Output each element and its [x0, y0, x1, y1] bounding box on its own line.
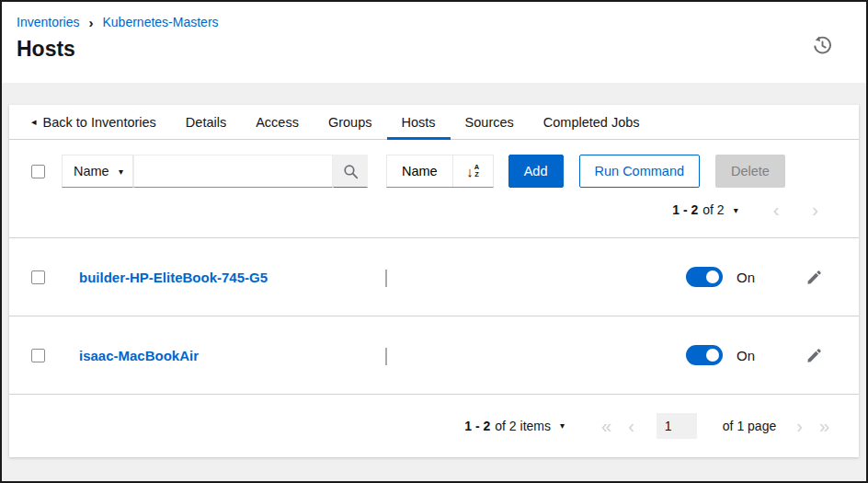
tab-completed-jobs[interactable]: Completed Jobs [529, 105, 655, 139]
per-page-menu-button[interactable]: ▾ [560, 420, 565, 431]
tab-label: Access [256, 115, 299, 130]
page-body: ◂ Back to Inventories Details Access Gro… [2, 83, 866, 481]
first-page-button[interactable]: « [601, 417, 611, 435]
pagination-range: 1 - 2 [672, 202, 698, 217]
table-row: isaac-MacBookAir On [9, 316, 859, 395]
tab-sources[interactable]: Sources [451, 105, 529, 139]
filter-attribute-value: Name [74, 164, 109, 178]
tab-label: Details [186, 115, 226, 130]
table-row: builder-HP-EliteBook-745-G5 On [9, 238, 859, 316]
pencil-icon [805, 347, 826, 364]
job-status-failed-icon[interactable] [385, 270, 402, 284]
run-command-button[interactable]: Run Command [579, 155, 701, 188]
row-checkbox[interactable] [31, 270, 45, 284]
top-pagination: 1 - 2 of 2 ▾ ‹ › [24, 201, 844, 219]
tab-back-to-inventories[interactable]: ◂ Back to Inventories [17, 105, 171, 139]
caret-down-icon: ▾ [119, 167, 123, 177]
host-name-link[interactable]: isaac-MacBookAir [79, 348, 385, 363]
select-all-checkbox[interactable] [31, 165, 45, 178]
tab-details[interactable]: Details [171, 105, 241, 139]
tab-bar: ◂ Back to Inventories Details Access Gro… [9, 105, 859, 140]
edit-host-button[interactable] [805, 345, 826, 365]
bottom-pagination: 1 - 2 of 2 items ▾ « ‹ of 1 page › » [9, 395, 859, 456]
previous-page-button[interactable]: ‹ [628, 417, 634, 435]
search-filter-group: Name ▾ [62, 155, 368, 188]
per-page-menu-button[interactable]: ▾ [734, 205, 738, 215]
tab-label: Sources [465, 115, 514, 130]
next-page-button[interactable]: › [796, 417, 803, 435]
breadcrumb-link-inventory[interactable]: Kubernetes-Masters [102, 15, 218, 29]
toggle-state-label: On [737, 270, 760, 285]
tab-label: Groups [328, 115, 372, 130]
page-header: Inventories › Kubernetes-Masters Hosts [2, 2, 866, 83]
back-caret-icon: ◂ [31, 116, 37, 128]
host-enabled-toggle[interactable] [686, 267, 723, 287]
tab-label: Hosts [402, 115, 436, 130]
search-icon [343, 164, 359, 179]
breadcrumb: Inventories › Kubernetes-Masters [17, 15, 851, 29]
page-title: Hosts [17, 37, 851, 62]
tab-groups[interactable]: Groups [314, 105, 387, 139]
tab-label: Back to Inventories [43, 115, 156, 130]
tab-access[interactable]: Access [241, 105, 314, 139]
pagination-total: of 2 [702, 202, 724, 217]
sort-alpha-icon: ↓ AZ [466, 164, 479, 179]
hosts-page: Inventories › Kubernetes-Masters Hosts ◂… [0, 0, 868, 483]
search-submit-button[interactable] [333, 155, 368, 188]
hosts-card: ◂ Back to Inventories Details Access Gro… [9, 105, 859, 457]
history-icon [811, 34, 835, 56]
filter-attribute-select[interactable]: Name ▾ [62, 155, 133, 188]
activity-history-button[interactable] [811, 33, 835, 57]
host-enabled-toggle[interactable] [686, 345, 723, 365]
tab-hosts[interactable]: Hosts [387, 105, 451, 139]
host-name-link[interactable]: builder-HP-EliteBook-745-G5 [79, 270, 385, 285]
last-page-button[interactable]: » [819, 417, 829, 435]
sort-control: Name ↓ AZ [386, 155, 494, 188]
toolbar: Name ▾ [9, 140, 859, 238]
pencil-icon [805, 269, 826, 286]
delete-button[interactable]: Delete [715, 155, 785, 188]
search-input[interactable] [133, 155, 333, 188]
page-count-label: of 1 page [723, 419, 776, 433]
sort-direction-button[interactable]: ↓ AZ [452, 155, 493, 187]
current-page-input[interactable] [657, 413, 697, 439]
pagination-total: of 2 items [495, 419, 551, 433]
add-button[interactable]: Add [508, 155, 564, 188]
edit-host-button[interactable] [805, 267, 826, 287]
toggle-state-label: On [737, 348, 760, 363]
sort-attribute-select[interactable]: Name [387, 155, 452, 187]
next-page-button[interactable]: › [812, 201, 818, 219]
row-checkbox[interactable] [31, 349, 45, 362]
pagination-range: 1 - 2 [464, 419, 490, 433]
job-status-failed-icon[interactable] [385, 349, 402, 362]
previous-page-button[interactable]: ‹ [773, 201, 780, 219]
tab-label: Completed Jobs [543, 115, 640, 130]
breadcrumb-separator-icon: › [88, 16, 93, 29]
breadcrumb-link-inventories[interactable]: Inventories [17, 15, 79, 29]
